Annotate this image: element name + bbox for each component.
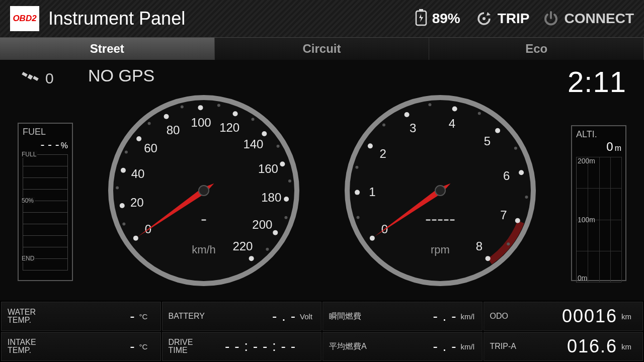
svg-point-8 (116, 187, 119, 190)
info-tile-4[interactable]: INTAKE TEMP.-°C (1, 332, 161, 361)
svg-point-69 (486, 256, 491, 261)
fuel-label: FUEL (23, 127, 68, 137)
trip-button[interactable]: TRIP (475, 10, 530, 27)
tile-label: TRIP-A (490, 342, 538, 350)
tile-unit: km (621, 312, 636, 321)
info-tile-1[interactable]: BATTERY- . -Volt (162, 302, 322, 331)
svg-point-24 (136, 136, 141, 141)
tile-label: BATTERY (169, 312, 216, 320)
svg-point-15 (288, 179, 291, 183)
svg-text:40: 40 (131, 167, 145, 180)
trip-label: TRIP (498, 11, 530, 27)
satellite-icon (20, 70, 40, 87)
tab-street[interactable]: Street (0, 38, 215, 60)
info-tile-2[interactable]: 瞬間燃費- . -km/l (323, 302, 482, 331)
svg-point-61 (452, 107, 457, 112)
battery-icon (414, 9, 428, 28)
svg-point-26 (164, 114, 169, 119)
info-tile-7[interactable]: TRIP-A016.6km (484, 332, 643, 361)
svg-point-28 (198, 105, 203, 110)
tile-label: 平均燃費A (329, 342, 377, 350)
info-tile-6[interactable]: 平均燃費A- . -km/l (323, 332, 482, 361)
svg-point-30 (233, 111, 238, 116)
svg-point-59 (405, 112, 410, 117)
tile-value: 016.6 (538, 336, 618, 357)
fuel-value: - - -% (23, 137, 68, 151)
tile-value: - . - (377, 308, 457, 324)
svg-point-34 (280, 161, 285, 166)
svg-point-55 (355, 190, 360, 195)
satellite-status: 0 (20, 70, 54, 87)
svg-point-13 (252, 118, 255, 121)
rpm-value: ----- (342, 208, 538, 229)
tile-unit: km/l (461, 312, 476, 321)
speedometer-gauge[interactable]: 020406080100120140160180200220 - km/h (106, 93, 302, 289)
tile-unit: Volt (300, 312, 315, 321)
tile-unit: °C (139, 312, 154, 321)
svg-point-63 (495, 128, 500, 133)
tile-label: DRIVE TIME (169, 338, 216, 354)
svg-rect-4 (22, 72, 28, 77)
svg-text:20: 20 (130, 196, 144, 209)
altitude-gauge[interactable]: ALTI. 0m 200m100m0m (571, 125, 626, 281)
connect-button[interactable]: CONNECT (542, 10, 634, 27)
connect-label: CONNECT (565, 11, 634, 27)
tile-label: WATER TEMP. (8, 308, 55, 324)
info-tile-5[interactable]: DRIVE TIME- - : - - : - - (162, 332, 322, 361)
info-tile-0[interactable]: WATER TEMP.-°C (1, 302, 161, 331)
tile-value: - . - (377, 338, 457, 354)
tab-eco[interactable]: Eco (429, 38, 644, 60)
rpm-unit: rpm (342, 243, 538, 256)
svg-point-57 (368, 143, 373, 148)
tab-circuit[interactable]: Circuit (215, 38, 430, 60)
svg-point-65 (519, 170, 524, 175)
tile-value: - - : - - : - - (216, 338, 296, 354)
svg-text:1: 1 (369, 185, 375, 199)
svg-point-48 (428, 103, 431, 106)
svg-point-9 (125, 151, 128, 154)
svg-text:100: 100 (191, 116, 211, 129)
svg-point-12 (217, 104, 220, 107)
dashboard-area: 0 NO GPS 2:11 FUEL - - -% FULL50%END ALT… (0, 60, 644, 302)
alti-scale: 200m100m0m (576, 157, 621, 283)
svg-text:3: 3 (410, 121, 416, 135)
svg-text:160: 160 (258, 162, 278, 175)
svg-point-38 (273, 230, 278, 235)
info-tile-3[interactable]: ODO00016km (484, 302, 643, 331)
svg-point-43 (199, 186, 209, 196)
svg-text:80: 80 (167, 123, 180, 137)
svg-text:120: 120 (219, 121, 239, 134)
svg-text:4: 4 (449, 117, 455, 130)
app-header: OBD2 Instrument Panel 89% TRIP CONNECT (0, 0, 644, 38)
tachometer-gauge[interactable]: 012345678 ----- rpm (342, 93, 538, 289)
svg-point-32 (262, 131, 267, 136)
battery-percent: 89% (432, 11, 460, 27)
svg-point-49 (478, 112, 481, 115)
tile-unit: km (621, 342, 636, 351)
tile-label: ODO (490, 312, 538, 320)
power-icon (542, 10, 559, 27)
svg-text:140: 140 (243, 137, 263, 151)
svg-point-47 (382, 123, 385, 126)
gps-status-text: NO GPS (88, 66, 154, 85)
tile-label: 瞬間燃費 (329, 312, 377, 320)
tile-value: - . - (216, 308, 296, 324)
svg-rect-3 (28, 74, 33, 80)
refresh-icon (475, 10, 493, 27)
tile-unit: °C (139, 342, 154, 351)
fuel-gauge[interactable]: FUEL - - -% FULL50%END (18, 123, 73, 281)
svg-point-50 (514, 147, 517, 150)
tile-label: INTAKE TEMP. (8, 338, 55, 354)
tile-value: - (55, 338, 135, 354)
svg-point-46 (355, 166, 358, 169)
fuel-bars: FULL50%END (23, 154, 68, 270)
svg-point-18 (133, 236, 138, 241)
svg-point-11 (181, 106, 184, 109)
page-title: Instrument Panel (48, 8, 414, 29)
svg-point-53 (370, 236, 375, 241)
svg-point-22 (121, 168, 126, 173)
speed-value: - (106, 208, 302, 229)
svg-text:6: 6 (503, 169, 510, 183)
svg-point-14 (277, 145, 280, 148)
svg-text:5: 5 (484, 134, 491, 148)
